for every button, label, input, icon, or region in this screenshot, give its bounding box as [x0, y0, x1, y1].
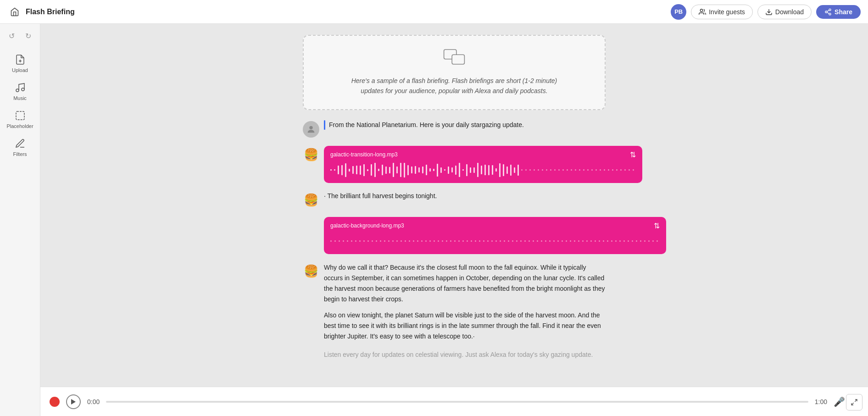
download-button[interactable]: Download — [757, 5, 812, 19]
sample-box-text: Here's a sample of a flash briefing. Fla… — [339, 76, 569, 96]
svg-point-0 — [701, 9, 703, 11]
sidebar-upload-label: Upload — [12, 67, 28, 73]
waveform-2 — [330, 233, 660, 250]
undo-redo-group: ↺ ↻ — [6, 29, 35, 42]
total-time: 1:00 — [815, 398, 827, 405]
chat-container: Here's a sample of a flash briefing. Fla… — [303, 35, 606, 360]
svg-point-2 — [829, 9, 831, 11]
sidebar-item-placeholder[interactable]: Placeholder — [0, 105, 40, 133]
svg-rect-13 — [452, 55, 464, 64]
audio-block-1-header: galactic-transition-long.mp3 ⇅ — [330, 150, 636, 159]
sidebar: ↺ ↻ Upload Music Placeholder — [0, 24, 40, 416]
svg-point-4 — [829, 13, 831, 15]
topbar: Flash Briefing PB Invite guests Download — [0, 0, 868, 24]
svg-rect-11 — [16, 111, 24, 120]
msg6-content: Listen every day for updates on celestia… — [324, 350, 606, 360]
sidebar-music-label: Music — [13, 95, 27, 101]
svg-line-16 — [855, 399, 857, 402]
play-button[interactable] — [66, 394, 81, 409]
audio-settings-icon-2[interactable]: ⇅ — [654, 222, 660, 230]
svg-line-6 — [827, 10, 829, 11]
msg1-content: From the National Planetarium. Here is y… — [324, 120, 606, 130]
audio-filename-2: galactic-background-long.mp3 — [330, 222, 404, 229]
avatar-emoji-2: 🍔 — [303, 192, 319, 209]
svg-line-5 — [827, 12, 829, 14]
record-button[interactable] — [50, 397, 60, 407]
content-area: Here's a sample of a flash briefing. Fla… — [40, 24, 868, 416]
chat-row-msg4: galactic-background-long.mp3 ⇅ — [303, 217, 606, 254]
sidebar-placeholder-label: Placeholder — [6, 123, 33, 129]
avatar-grey — [303, 121, 319, 138]
progress-bar[interactable] — [106, 401, 808, 403]
share-button[interactable]: Share — [816, 5, 861, 19]
chat-row-msg3: 🍔 · The brilliant full harvest begins to… — [303, 191, 606, 209]
audio-filename-1: galactic-transition-long.mp3 — [330, 151, 398, 158]
audio-settings-icon-1[interactable]: ⇅ — [630, 150, 636, 159]
redo-button[interactable]: ↻ — [22, 29, 35, 42]
svg-line-17 — [851, 403, 854, 405]
chat-row-msg1: From the National Planetarium. Here is y… — [303, 120, 606, 138]
undo-button[interactable]: ↺ — [6, 29, 18, 42]
current-time: 0:00 — [87, 398, 100, 405]
msg5-content: Why do we call it that? Because it's the… — [324, 262, 606, 342]
sidebar-item-filters[interactable]: Filters — [0, 133, 40, 161]
audio-block-1[interactable]: galactic-transition-long.mp3 ⇅ — [324, 146, 642, 183]
page-title: Flash Briefing — [26, 8, 75, 16]
sidebar-filters-label: Filters — [13, 151, 27, 157]
audio-block-2[interactable]: galactic-background-long.mp3 ⇅ — [324, 217, 666, 254]
sample-box-icon — [443, 49, 465, 69]
svg-marker-15 — [71, 399, 76, 405]
msg1-text-row: From the National Planetarium. Here is y… — [324, 120, 606, 130]
chat-row-msg6: Listen every day for updates on celestia… — [303, 350, 606, 360]
user-avatar[interactable]: PB — [671, 4, 686, 20]
msg1-text: From the National Planetarium. Here is y… — [329, 120, 524, 130]
corner-button[interactable] — [846, 394, 862, 410]
msg2-content: galactic-transition-long.mp3 ⇅ — [324, 146, 642, 183]
svg-point-14 — [309, 126, 312, 129]
canvas-area: Here's a sample of a flash briefing. Fla… — [40, 24, 868, 387]
sidebar-item-upload[interactable]: Upload — [0, 50, 40, 78]
waveform-1 — [330, 162, 636, 178]
msg6-text: Listen every day for updates on celestia… — [324, 350, 606, 360]
share-label: Share — [835, 8, 852, 16]
msg5-long-text: Why do we call it that? Because it's the… — [324, 262, 606, 342]
sample-box: Here's a sample of a flash briefing. Fla… — [303, 35, 606, 110]
invite-guests-label: Invite guests — [709, 8, 745, 16]
msg5-para1: Why do we call it that? Because it's the… — [324, 262, 606, 305]
svg-point-9 — [16, 89, 19, 92]
download-label: Download — [775, 8, 804, 16]
msg5-para2: Also on view tonight, the planet Saturn … — [324, 310, 606, 342]
home-button[interactable] — [7, 5, 22, 19]
chat-row-msg5: 🍔 Why do we call it that? Because it's t… — [303, 262, 606, 342]
bottom-player: 0:00 1:00 🎤 ⚙ — [40, 387, 868, 416]
msg3-text: · The brilliant full harvest begins toni… — [324, 191, 606, 201]
avatar-emoji-1: 🍔 — [303, 147, 319, 163]
msg4-content: galactic-background-long.mp3 ⇅ — [324, 217, 666, 254]
svg-point-3 — [825, 11, 827, 13]
sidebar-item-music[interactable]: Music — [0, 78, 40, 105]
msg3-content: · The brilliant full harvest begins toni… — [324, 191, 606, 201]
invite-guests-button[interactable]: Invite guests — [691, 5, 753, 19]
topbar-right: PB Invite guests Download — [671, 4, 861, 20]
text-accent-bar — [324, 120, 325, 130]
avatar-emoji-3: 🍔 — [303, 263, 319, 280]
mic-icon[interactable]: 🎤 — [834, 396, 845, 407]
chat-row-msg2: 🍔 galactic-transition-long.mp3 ⇅ — [303, 146, 606, 183]
audio-block-2-header: galactic-background-long.mp3 ⇅ — [330, 222, 660, 230]
svg-point-10 — [22, 88, 24, 91]
main-layout: ↺ ↻ Upload Music Placeholder — [0, 24, 868, 416]
